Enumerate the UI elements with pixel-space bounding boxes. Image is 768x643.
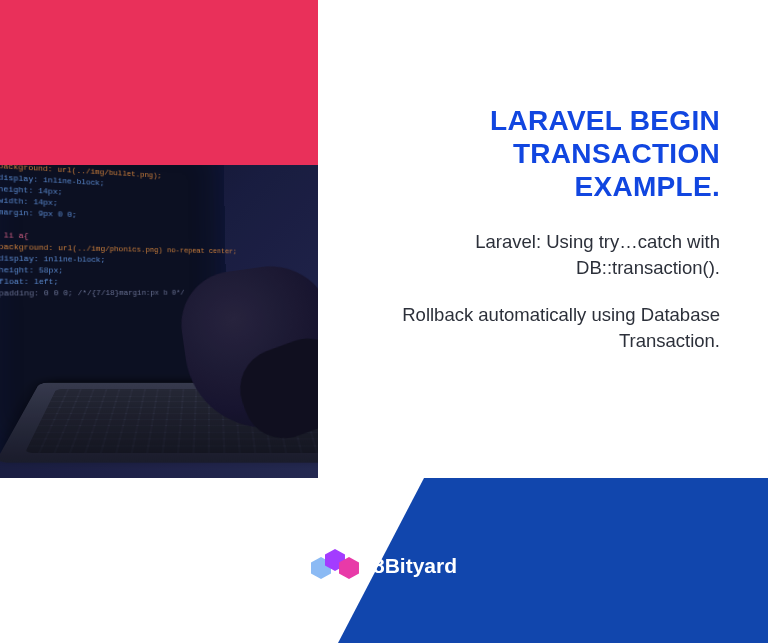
code-line: display: inline-block; [0,252,217,266]
subheading-2: Rollback automatically using Database Tr… [380,302,720,355]
brand-name: 8Bityard [373,554,457,578]
code-line: float: left; [0,275,218,287]
headline-line-2: TRANSACTION EXAMPLE. [513,138,720,202]
subheading-1: Laravel: Using try…catch with DB::transa… [380,229,720,282]
code-line: padding: 0 0 0; /*/{7/18}margin:px b 0*/ [0,287,218,299]
headline: LARAVEL BEGIN TRANSACTION EXAMPLE. [378,104,720,203]
code-line: margin: 9px 0 0; [0,205,216,225]
code-line: background: url(../img/phonics.png) no-r… [0,240,217,255]
logo-icon [311,549,359,583]
text-panel: LARAVEL BEGIN TRANSACTION EXAMPLE. Larav… [318,0,768,478]
laptop-screen: size: 21px; subrender.trap(); li{ backgr… [0,165,228,458]
code-line: height: 14px; [0,182,216,204]
code-line: height: 58px; [0,264,217,277]
code-line: background: url(../img/bullet.png); [0,165,216,184]
brand-block: 8Bityard [0,549,768,583]
code-line: } [0,217,217,235]
code-line: display: inline-block; [0,171,216,194]
code-line: width: 14px; [0,194,216,215]
code-line: li{ [0,165,216,174]
code-line: ul li a{ [0,229,217,246]
headline-line-1: LARAVEL BEGIN [490,105,720,136]
code-line: } [0,297,218,310]
